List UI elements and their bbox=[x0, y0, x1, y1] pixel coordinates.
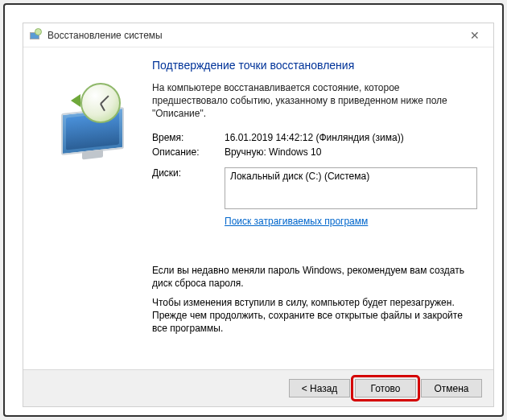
screenshot-frame: Восстановление системы ✕ Подтверждение т… bbox=[3, 3, 504, 417]
time-label: Время: bbox=[152, 132, 225, 143]
window-title: Восстановление системы bbox=[47, 30, 163, 41]
description-label: Описание: bbox=[152, 146, 225, 158]
page-description: На компьютере восстанавливается состояни… bbox=[152, 81, 477, 121]
time-value: 16.01.2019 14:42:12 (Финляндия (зима)) bbox=[225, 132, 477, 143]
disks-row: Диски: Локальный диск (C:) (Система) bbox=[152, 167, 477, 209]
back-button[interactable]: < Назад bbox=[289, 379, 350, 397]
icon-column bbox=[35, 56, 147, 363]
description-row: Описание: Вручную: Windows 10 bbox=[152, 146, 477, 158]
page-heading: Подтверждение точки восстановления bbox=[152, 59, 477, 72]
system-restore-icon bbox=[47, 80, 135, 168]
dialog-window: Восстановление системы ✕ Подтверждение т… bbox=[23, 23, 494, 407]
button-bar: < Назад Готово Отмена bbox=[23, 369, 493, 406]
titlebar: Восстановление системы ✕ bbox=[23, 23, 493, 47]
description-value: Вручную: Windows 10 bbox=[225, 146, 477, 158]
password-note: Если вы недавно меняли пароль Windows, р… bbox=[152, 264, 477, 290]
content-area: Подтверждение точки восстановления На ко… bbox=[23, 47, 493, 369]
restore-icon bbox=[28, 28, 43, 43]
disks-listbox[interactable]: Локальный диск (C:) (Система) bbox=[225, 167, 477, 209]
disks-label: Диски: bbox=[152, 167, 225, 209]
finish-button[interactable]: Готово bbox=[355, 379, 416, 397]
restart-note: Чтобы изменения вступили в силу, компьют… bbox=[152, 296, 477, 336]
details-column: Подтверждение точки восстановления На ко… bbox=[147, 56, 477, 363]
disk-item: Локальный диск (C:) (Система) bbox=[230, 171, 369, 182]
close-icon[interactable]: ✕ bbox=[461, 26, 488, 45]
notes-block: Если вы недавно меняли пароль Windows, р… bbox=[152, 264, 477, 336]
scan-programs-link[interactable]: Поиск затрагиваемых программ bbox=[225, 216, 368, 227]
time-row: Время: 16.01.2019 14:42:12 (Финляндия (з… bbox=[152, 132, 477, 143]
finish-highlight: Готово bbox=[355, 379, 416, 397]
cancel-button[interactable]: Отмена bbox=[421, 379, 482, 397]
